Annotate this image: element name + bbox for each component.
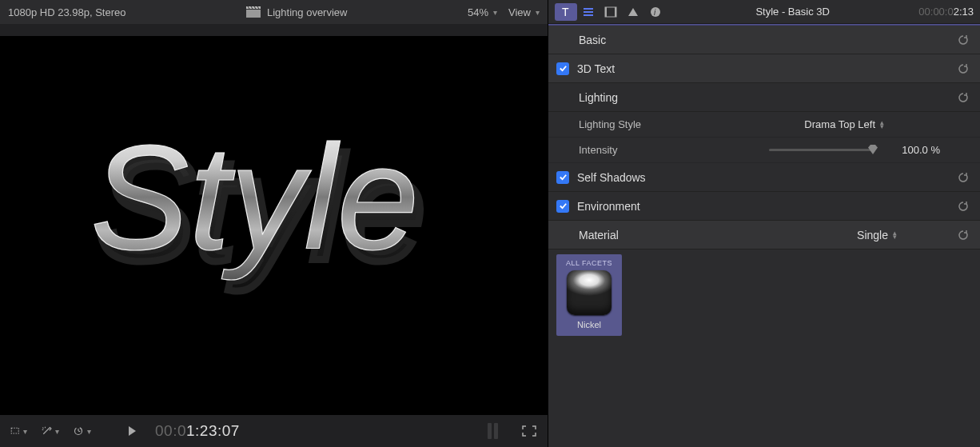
reset-icon[interactable] bbox=[958, 172, 969, 183]
section-label: Material bbox=[579, 229, 619, 241]
section-material[interactable]: Material Single ▴▾ bbox=[548, 221, 980, 249]
slider-thumb[interactable] bbox=[868, 145, 878, 154]
chevron-down-icon: ▾ bbox=[493, 8, 497, 17]
inspector-body: Basic 3D Text Lighting Lighting Style Dr… bbox=[548, 26, 980, 447]
section-3d-text[interactable]: 3D Text bbox=[548, 54, 980, 83]
viewer-header: 1080p HD 23.98p, Stereo Lighting overvie… bbox=[0, 0, 548, 24]
intensity-slider[interactable] bbox=[769, 149, 873, 151]
inspector-timecode: 00:00:02:13 bbox=[918, 6, 974, 18]
material-mode-dropdown[interactable]: Single ▴▾ bbox=[857, 229, 897, 241]
play-button[interactable] bbox=[123, 424, 141, 438]
reset-icon[interactable] bbox=[958, 34, 969, 46]
section-label: Environment bbox=[577, 200, 640, 213]
section-label: Self Shadows bbox=[577, 171, 646, 184]
timecode-dim: 00:0 bbox=[155, 422, 186, 439]
zoom-value: 54% bbox=[468, 6, 488, 18]
section-lighting[interactable]: Lighting bbox=[548, 83, 980, 112]
svg-rect-16 bbox=[605, 7, 616, 17]
section-label: Basic bbox=[579, 34, 606, 46]
svg-line-11 bbox=[78, 431, 80, 432]
format-label: 1080p HD 23.98p, Stereo bbox=[8, 6, 125, 18]
play-icon bbox=[129, 426, 136, 436]
facet-header: ALL FACETS bbox=[560, 259, 619, 267]
inspector-header: T i Style - Basic 3D 00:00:02:13 bbox=[548, 0, 980, 24]
retime-tool-icon[interactable]: ▾ bbox=[74, 424, 91, 438]
param-intensity: Intensity 100.0 % bbox=[548, 138, 980, 163]
tab-paragraph[interactable] bbox=[577, 3, 600, 21]
inspector-panel: T i Style - Basic 3D 00:00:02:13 Basic bbox=[548, 0, 980, 447]
chevron-down-icon: ▾ bbox=[23, 427, 27, 436]
svg-text:Style: Style bbox=[90, 115, 419, 280]
checkbox-3d-text[interactable] bbox=[556, 62, 569, 75]
reset-icon[interactable] bbox=[958, 63, 969, 74]
section-label: Lighting bbox=[579, 91, 618, 104]
dropdown-value: Single bbox=[857, 229, 888, 241]
preview-text-style: Style Style bbox=[90, 81, 458, 345]
reset-icon[interactable] bbox=[958, 201, 969, 212]
tab-text[interactable]: T bbox=[555, 3, 577, 21]
section-basic[interactable]: Basic bbox=[548, 26, 980, 54]
svg-text:T: T bbox=[562, 6, 569, 18]
viewer-title[interactable]: Lighting overview bbox=[267, 6, 347, 18]
viewer-panel: 1080p HD 23.98p, Stereo Lighting overvie… bbox=[0, 0, 548, 447]
reset-icon[interactable] bbox=[958, 92, 969, 103]
tab-info-triangle[interactable] bbox=[622, 3, 644, 21]
section-environment[interactable]: Environment bbox=[548, 192, 980, 221]
viewer-footer: ▾ ▾ ▾ 00:01:23:07 bbox=[0, 415, 548, 447]
crop-tool-icon[interactable]: ▾ bbox=[10, 424, 27, 438]
svg-rect-0 bbox=[246, 10, 261, 18]
tab-video[interactable] bbox=[600, 3, 622, 21]
inspector-title: Style - Basic 3D bbox=[667, 6, 918, 18]
svg-marker-19 bbox=[628, 8, 638, 16]
checkbox-self-shadows[interactable] bbox=[556, 171, 569, 184]
param-lighting-style: Lighting Style Drama Top Left ▴▾ bbox=[548, 112, 980, 138]
param-label: Intensity bbox=[579, 144, 739, 156]
facet-tile-all[interactable]: ALL FACETS Nickel bbox=[556, 254, 622, 336]
svg-rect-18 bbox=[615, 7, 616, 17]
reset-icon[interactable] bbox=[958, 229, 969, 241]
inspector-tabs: T i bbox=[555, 3, 667, 21]
chevron-down-icon: ▾ bbox=[55, 427, 59, 436]
view-dropdown[interactable]: View ▾ bbox=[508, 6, 540, 18]
material-swatch[interactable] bbox=[567, 270, 612, 315]
stepper-icon: ▴▾ bbox=[880, 121, 884, 129]
timecode-bright: 1:23:07 bbox=[186, 422, 240, 439]
section-label: 3D Text bbox=[577, 62, 615, 75]
audio-meter-icon[interactable] bbox=[488, 423, 498, 439]
tab-info[interactable]: i bbox=[644, 3, 667, 21]
viewer-canvas[interactable]: Style Style bbox=[0, 36, 548, 415]
checkbox-environment[interactable] bbox=[556, 200, 569, 213]
chevron-down-icon: ▾ bbox=[87, 427, 91, 436]
material-well: ALL FACETS Nickel bbox=[548, 249, 980, 341]
effects-tool-icon[interactable]: ▾ bbox=[42, 424, 59, 438]
clapperboard-icon[interactable] bbox=[246, 6, 261, 18]
chevron-down-icon: ▾ bbox=[536, 8, 540, 17]
zoom-dropdown[interactable]: 54% ▾ bbox=[468, 6, 497, 18]
fullscreen-button[interactable] bbox=[520, 424, 538, 438]
svg-rect-8 bbox=[11, 428, 18, 433]
stepper-icon: ▴▾ bbox=[893, 231, 897, 239]
view-label: View bbox=[508, 6, 531, 18]
lighting-style-dropdown[interactable]: Drama Top Left ▴▾ bbox=[804, 118, 884, 130]
svg-rect-17 bbox=[605, 7, 607, 17]
section-self-shadows[interactable]: Self Shadows bbox=[548, 163, 980, 192]
facet-name: Nickel bbox=[560, 320, 619, 329]
intensity-value[interactable]: 100.0 % bbox=[884, 144, 940, 156]
param-label: Lighting Style bbox=[579, 118, 739, 130]
dropdown-value: Drama Top Left bbox=[804, 118, 875, 130]
timecode-display[interactable]: 00:01:23:07 bbox=[155, 422, 240, 440]
